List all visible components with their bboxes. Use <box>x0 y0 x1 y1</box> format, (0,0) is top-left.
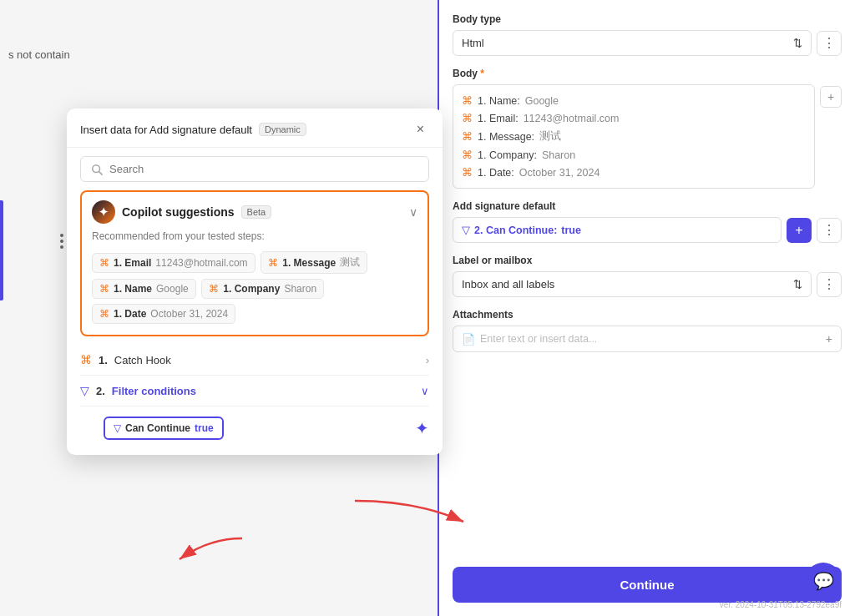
chevron-updown-icon: ⇅ <box>793 37 802 49</box>
red-arrow-to-chip <box>175 534 242 568</box>
add-signature-section: Add signature default ▽ 2. Can Continue:… <box>453 200 842 243</box>
copilot-header: ✦ Copilot suggestions Beta ∨ <box>92 200 417 224</box>
filter-conditions-icon: ▽ <box>80 384 89 397</box>
can-continue-chip[interactable]: ▽ Can Continue true <box>104 417 224 440</box>
can-continue-filter-icon: ▽ <box>114 422 121 434</box>
right-panel: Body type Html ⇅ ⋮ Body * ⌘ 1. Name: Goo… <box>438 0 855 616</box>
body-type-label: Body type <box>453 13 842 25</box>
suggestion-email-icon: ⌘ <box>99 257 109 269</box>
suggestion-company[interactable]: ⌘ 1. Company Sharon <box>201 279 324 299</box>
attachments-label: Attachments <box>453 309 842 321</box>
sparkle-icon: ✦ <box>415 418 429 438</box>
signature-chip-label: 2. Can Continue: <box>474 225 557 236</box>
body-add-button[interactable]: + <box>820 86 842 108</box>
body-item-icon-email: ⌘ <box>462 112 473 124</box>
body-type-select[interactable]: Html ⇅ <box>453 30 812 56</box>
svg-line-1 <box>99 171 103 174</box>
attachments-add-button[interactable]: + <box>826 332 832 346</box>
attachments-placeholder: Enter text or insert data... <box>480 333 821 345</box>
signature-add-button[interactable]: + <box>787 218 812 243</box>
body-item-icon-date: ⌘ <box>462 166 473 179</box>
chat-icon: 💬 <box>813 571 834 591</box>
close-button[interactable]: × <box>412 120 429 139</box>
suggestions-list: ⌘ 1. Email 11243@hotmail.com ⌘ 1. Messag… <box>92 249 417 326</box>
attachment-file-icon: 📄 <box>462 333 475 346</box>
chevron-updown-icon-mailbox: ⇅ <box>793 278 802 290</box>
catch-hook-chevron-icon: › <box>426 354 429 366</box>
can-continue-value: true <box>195 422 214 434</box>
required-marker: * <box>480 68 484 79</box>
red-arrow-to-continue <box>351 492 468 534</box>
lower-items: ⌘ 1. Catch Hook › ▽ 2. Filter conditions… <box>67 345 443 406</box>
copilot-title-row: ✦ Copilot suggestions Beta <box>92 200 271 224</box>
filter-conditions-chevron-icon: ∨ <box>421 385 429 397</box>
suggestion-message[interactable]: ⌘ 1. Message 测试 <box>261 251 367 274</box>
body-items-box: ⌘ 1. Name: Google ⌘ 1. Email: 11243@hotm… <box>453 84 815 189</box>
copilot-name: Copilot suggestions <box>122 205 235 219</box>
label-mailbox-section: Label or mailbox Inbox and all labels ⇅ … <box>453 255 842 297</box>
modal-bottom-row: ▽ Can Continue true ✦ <box>67 406 443 455</box>
body-item-email: ⌘ 1. Email: 11243@hotmail.com <box>462 109 806 127</box>
suggestion-email[interactable]: ⌘ 1. Email 11243@hotmail.com <box>92 253 255 273</box>
body-item-name: ⌘ 1. Name: Google <box>462 92 806 109</box>
suggestion-name-icon: ⌘ <box>99 283 109 295</box>
blue-line-decoration <box>0 200 3 300</box>
copilot-icon: ✦ <box>92 200 115 224</box>
signature-chip: ▽ 2. Can Continue: true <box>453 217 782 243</box>
label-mailbox-menu-button[interactable]: ⋮ <box>817 272 842 297</box>
label-mailbox-value: Inbox and all labels <box>462 278 554 290</box>
bg-text: s not contain <box>8 48 70 61</box>
search-icon <box>91 164 103 175</box>
search-bar[interactable] <box>80 156 429 182</box>
beta-badge: Beta <box>241 205 272 219</box>
body-item-company: ⌘ 1. Company: Sharon <box>462 146 806 164</box>
continue-button[interactable]: Continue <box>453 567 842 603</box>
version-text: ver. 2024-10-31T05:13-2792ea9f <box>720 600 842 609</box>
label-mailbox-label: Label or mailbox <box>453 255 842 266</box>
body-item-icon-name: ⌘ <box>462 94 473 107</box>
copilot-collapse-icon[interactable]: ∨ <box>409 205 417 219</box>
body-type-menu-button[interactable]: ⋮ <box>817 31 842 56</box>
body-type-value: Html <box>462 37 484 49</box>
search-input[interactable] <box>109 163 418 175</box>
modal-title-text: Insert data for Add signature default <box>80 124 252 136</box>
body-section: Body * ⌘ 1. Name: Google ⌘ 1. Email: 112… <box>453 68 842 189</box>
modal-title: Insert data for Add signature default Dy… <box>80 123 306 136</box>
body-item-icon-company: ⌘ <box>462 149 473 161</box>
suggestion-company-icon: ⌘ <box>209 283 219 295</box>
suggestion-message-icon: ⌘ <box>268 257 278 269</box>
signature-chip-icon: ▽ <box>462 224 470 236</box>
body-type-section: Body type Html ⇅ ⋮ <box>453 13 842 56</box>
body-item-date: ⌘ 1. Date: October 31, 2024 <box>462 164 806 181</box>
insert-data-modal: Insert data for Add signature default Dy… <box>67 109 443 455</box>
body-item-icon-message: ⌘ <box>462 130 473 143</box>
suggestion-name[interactable]: ⌘ 1. Name Google <box>92 279 196 299</box>
signature-chip-value: true <box>561 225 581 236</box>
suggestion-date[interactable]: ⌘ 1. Date October 31, 2024 <box>92 304 235 324</box>
copilot-section: ✦ Copilot suggestions Beta ∨ Recommended… <box>80 190 429 336</box>
modal-header: Insert data for Add signature default Dy… <box>67 109 443 148</box>
suggestion-date-icon: ⌘ <box>99 308 109 320</box>
left-dots-menu[interactable] <box>60 234 63 249</box>
label-mailbox-select[interactable]: Inbox and all labels ⇅ <box>453 271 812 297</box>
copilot-subtitle: Recommended from your tested steps: <box>92 230 417 242</box>
catch-hook-icon: ⌘ <box>80 353 92 366</box>
add-signature-label: Add signature default <box>453 200 842 212</box>
attachments-section: Attachments 📄 Enter text or insert data.… <box>453 309 842 352</box>
body-label: Body * <box>453 68 842 79</box>
filter-conditions-item[interactable]: ▽ 2. Filter conditions ∨ <box>80 376 429 406</box>
catch-hook-item[interactable]: ⌘ 1. Catch Hook › <box>80 345 429 376</box>
signature-menu-button[interactable]: ⋮ <box>817 218 842 243</box>
chat-fab-button[interactable]: 💬 <box>805 563 842 599</box>
body-item-message: ⌘ 1. Message: 测试 <box>462 127 806 146</box>
dynamic-badge: Dynamic <box>259 123 306 136</box>
